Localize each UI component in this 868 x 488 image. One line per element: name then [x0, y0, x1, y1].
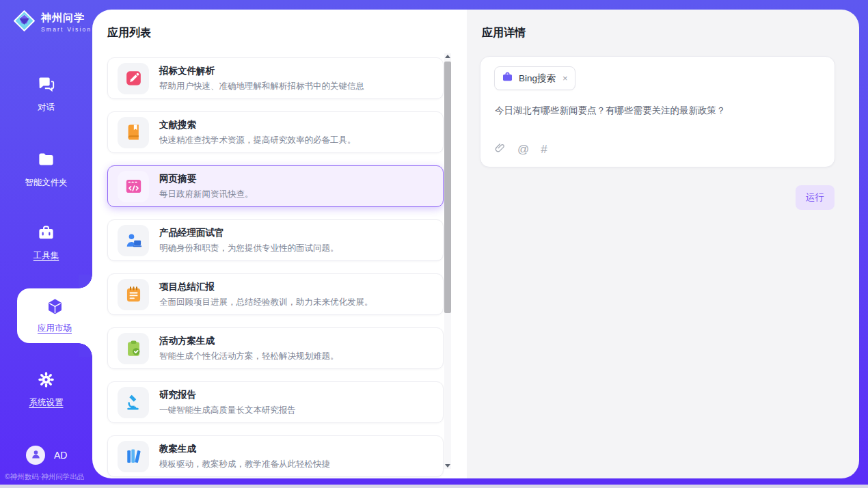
- at-icon[interactable]: @: [517, 143, 529, 157]
- paperclip-icon[interactable]: [494, 142, 506, 157]
- close-icon[interactable]: ×: [562, 73, 568, 83]
- app-card-desc: 明确身份和职责，为您提供专业性的面试问题。: [159, 243, 339, 254]
- sidebar-item-smart-folder[interactable]: 智能文件夹: [0, 150, 92, 189]
- app-card-desc: 智能生成个性化活动方案，轻松解决规划难题。: [159, 351, 339, 362]
- tool-tag-bing-search[interactable]: Bing搜索 ×: [494, 66, 575, 90]
- app-card-literature-search[interactable]: 文献搜索 快速精准查找学术资源，提高研究效率的必备工具。: [107, 111, 444, 153]
- app-card-title: 网页摘要: [159, 173, 254, 185]
- app-detail-title: 应用详情: [482, 26, 526, 40]
- sidebar-item-system-settings[interactable]: 系统设置: [0, 370, 92, 409]
- app-card-title: 产品经理面试官: [159, 227, 339, 239]
- cube-icon: [46, 297, 64, 318]
- chat-icon: [37, 75, 55, 96]
- sidebar-item-label: 应用市场: [38, 323, 72, 334]
- interviewer-icon: [118, 225, 149, 256]
- brand-logo: 神州问学 Smart Vision: [12, 9, 92, 36]
- app-card-title: 研究报告: [159, 389, 296, 401]
- book-icon: [118, 117, 149, 148]
- hash-icon[interactable]: #: [541, 143, 547, 157]
- person-icon: [30, 448, 42, 463]
- app-card-desc: 模板驱动，教案秒成，教学准备从此轻松快捷: [159, 459, 330, 470]
- sidebar-item-label: 对话: [38, 102, 55, 113]
- app-card-pm-interviewer[interactable]: 产品经理面试官 明确身份和职责，为您提供专业性的面试问题。: [107, 219, 444, 261]
- app-card-title: 活动方案生成: [159, 335, 339, 347]
- app-card-desc: 快速精准查找学术资源，提高研究效率的必备工具。: [159, 135, 356, 146]
- query-input-card[interactable]: Bing搜索 × 今日湖北有哪些新闻要点？有哪些需要关注的最新政策？ @ #: [480, 56, 835, 167]
- scroll-up-arrow-icon[interactable]: [445, 55, 450, 58]
- input-toolbar: @ #: [494, 142, 547, 157]
- app-card-title: 招标文件解析: [159, 65, 364, 77]
- microscope-icon: [118, 387, 149, 418]
- user-account[interactable]: AD: [26, 446, 67, 465]
- toolbox-icon: [37, 223, 55, 245]
- sidebar-item-chat[interactable]: 对话: [0, 75, 92, 113]
- tool-tag-label: Bing搜索: [519, 72, 556, 85]
- gear-icon: [37, 370, 55, 392]
- sidebar-item-app-market[interactable]: 应用市场: [17, 288, 92, 343]
- app-card-desc: 每日政府新闻资讯快查。: [159, 189, 254, 200]
- app-list-scrollbar[interactable]: [444, 53, 451, 469]
- diamond-logo-icon: [12, 9, 36, 36]
- app-list-panel: 应用列表 招标文件解析 帮助用户快速、准确地理解和解析招标书中的关键信息: [92, 10, 467, 478]
- folder-icon: [37, 150, 55, 172]
- app-card-title: 项目总结汇报: [159, 281, 373, 293]
- brand-subtitle: Smart Vision: [41, 26, 92, 33]
- run-button[interactable]: 运行: [796, 185, 835, 210]
- app-card-web-summary[interactable]: 网页摘要 每日政府新闻资讯快查。: [107, 165, 444, 207]
- app-card-bid-document-analysis[interactable]: 招标文件解析 帮助用户快速、准确地理解和解析招标书中的关键信息: [107, 57, 444, 99]
- avatar: [26, 446, 45, 465]
- app-list-title: 应用列表: [107, 26, 151, 40]
- browser-code-icon: [118, 171, 149, 202]
- app-card-list: 招标文件解析 帮助用户快速、准确地理解和解析招标书中的关键信息 文献搜索 快速精…: [107, 57, 444, 478]
- app-card-title: 教案生成: [159, 443, 330, 455]
- scrollbar-thumb[interactable]: [444, 62, 451, 313]
- user-initials: AD: [54, 450, 67, 461]
- briefcase-icon: [502, 71, 513, 85]
- pen-square-icon: [118, 63, 149, 94]
- app-card-title: 文献搜索: [159, 119, 356, 131]
- app-card-project-summary[interactable]: 项目总结汇报 全面回顾项目进展，总结经验教训，助力未来优化发展。: [107, 273, 444, 315]
- app-card-lesson-plan[interactable]: 教案生成 模板驱动，教案秒成，教学准备从此轻松快捷: [107, 435, 444, 477]
- sidebar: 神州问学 Smart Vision 对话 智能文件夹: [0, 0, 92, 488]
- app-card-desc: 一键智能生成高质量长文本研究报告: [159, 405, 296, 416]
- app-card-desc: 帮助用户快速、准确地理解和解析招标书中的关键信息: [159, 81, 364, 92]
- app-card-desc: 全面回顾项目进展，总结经验教训，助力未来优化发展。: [159, 297, 373, 308]
- brand-name: 神州问学: [41, 12, 92, 25]
- bottom-edge-strip: [0, 485, 868, 488]
- app-card-event-plan[interactable]: 活动方案生成 智能生成个性化活动方案，轻松解决规划难题。: [107, 327, 444, 369]
- query-text[interactable]: 今日湖北有哪些新闻要点？有哪些需要关注的最新政策？: [495, 105, 821, 118]
- notepad-icon: [118, 279, 149, 310]
- sidebar-item-label: 智能文件夹: [25, 177, 68, 189]
- books-icon: [118, 441, 149, 472]
- app-card-research-report[interactable]: 研究报告 一键智能生成高质量长文本研究报告: [107, 381, 444, 423]
- clipboard-check-icon: [118, 333, 149, 364]
- sidebar-item-label: 工具集: [33, 250, 59, 262]
- main-content: 应用列表 招标文件解析 帮助用户快速、准确地理解和解析招标书中的关键信息: [92, 10, 859, 478]
- copyright-footer: ©神州数码·神州问学出品: [5, 472, 84, 482]
- sidebar-item-toolset[interactable]: 工具集: [0, 223, 92, 262]
- app-detail-panel: 应用详情 Bing搜索 × 今日湖北有哪些新闻要点？有哪些需要关注的最新政策？: [467, 10, 859, 478]
- scroll-down-arrow-icon[interactable]: [445, 464, 450, 467]
- sidebar-item-label: 系统设置: [29, 397, 64, 409]
